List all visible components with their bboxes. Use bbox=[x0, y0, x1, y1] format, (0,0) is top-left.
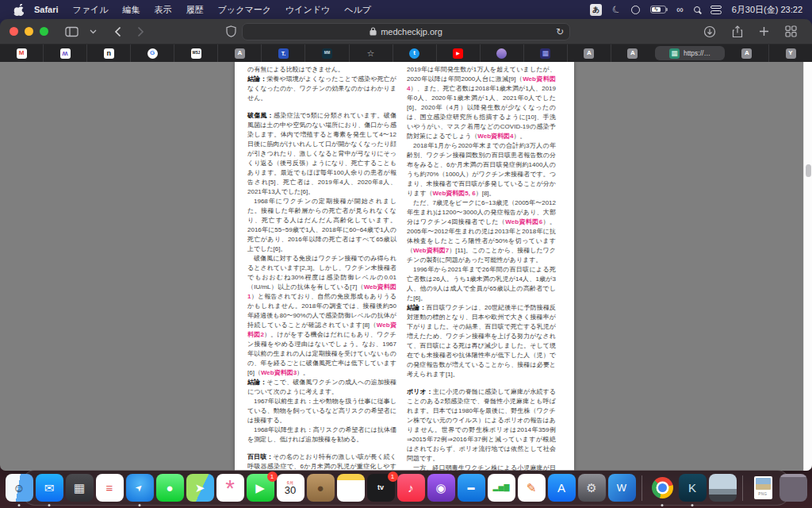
address-bar[interactable]: medcheckjp.org ↻ bbox=[242, 23, 570, 40]
dock-system-settings-icon[interactable]: ⚙ bbox=[578, 474, 606, 502]
share-icon[interactable] bbox=[726, 25, 749, 38]
dock-calendar-icon[interactable]: 6月30 bbox=[277, 474, 304, 502]
tab-notion[interactable]: n bbox=[86, 44, 130, 62]
dock-kindle-icon[interactable]: K bbox=[679, 474, 707, 502]
new-tab-plus-icon[interactable] bbox=[753, 26, 775, 37]
tab-letter-a[interactable]: A bbox=[726, 44, 768, 62]
do-not-disturb-moon-icon[interactable]: ☾ bbox=[611, 2, 623, 16]
body-text: ）、また、死亡者数は2018年1歳未満が1人、2019年0人、2020年1歳未満… bbox=[407, 85, 556, 140]
pdf-page: の有無による比較はできません。結論：栄養や環境がよくなったことで感染や死亡がなく… bbox=[235, 62, 574, 471]
section-heading: 百日咳： bbox=[247, 453, 273, 460]
tab-twitter[interactable]: t bbox=[393, 44, 436, 62]
privacy-shield-icon[interactable] bbox=[220, 25, 242, 37]
close-window-button[interactable] bbox=[10, 27, 18, 36]
tab-active-active-site[interactable]: ▦https://… bbox=[655, 46, 725, 60]
web-material-link[interactable]: Web資料図6 bbox=[505, 218, 542, 225]
menu-bar: Safariファイル編集表示履歴ブックマークウインドウヘルプ あ ☾ ϟ ∞ 6… bbox=[0, 0, 812, 19]
dock-app-store-icon[interactable]: A bbox=[548, 474, 576, 502]
dock-numbers-icon[interactable]: ▂▅▇ bbox=[488, 474, 515, 502]
tab-star[interactable]: ☆ bbox=[349, 44, 393, 62]
dock-trash-icon[interactable] bbox=[779, 474, 807, 502]
dock-keynote-icon[interactable]: ▬ bbox=[458, 474, 485, 502]
tab-letter-a[interactable]: A bbox=[611, 44, 654, 62]
control-center-icon[interactable] bbox=[710, 6, 722, 14]
input-source-icon[interactable]: あ bbox=[590, 4, 602, 16]
dock-contacts-icon[interactable]: ● bbox=[307, 474, 335, 502]
dock-png-file-icon[interactable]: PNG bbox=[749, 474, 777, 502]
zoom-window-button[interactable] bbox=[40, 27, 48, 36]
dock-safari-icon[interactable]: ➤ bbox=[126, 474, 154, 502]
apple-logo-icon[interactable] bbox=[10, 4, 27, 16]
dock: ☺✉▦≡➤●➤*▶16月30●tv1♪◉▬▂▅▇✎A⚙WKPNG bbox=[22, 470, 790, 506]
tab-gmail[interactable]: M bbox=[0, 44, 43, 62]
menu-3[interactable]: 表示 bbox=[147, 5, 179, 14]
dock-maps-icon[interactable]: ➤ bbox=[186, 474, 214, 502]
paragraph: 結論：栄養や環境がよくなったことで感染や死亡がなくなったのか、ワクチンの効果なの… bbox=[247, 75, 396, 103]
dock-pages-icon[interactable]: ✎ bbox=[518, 474, 546, 502]
tab-wsj[interactable]: WSJ bbox=[174, 44, 217, 62]
dock-notes-icon[interactable] bbox=[337, 474, 365, 502]
menu-5[interactable]: ブックマーク bbox=[211, 5, 278, 14]
menu-2[interactable]: 編集 bbox=[116, 5, 147, 14]
tab-avatar[interactable] bbox=[480, 44, 523, 62]
notion-favicon: n bbox=[104, 48, 114, 59]
document-left-column: の有無による比較はできません。結論：栄養や環境がよくなったことで感染や死亡がなく… bbox=[247, 65, 396, 471]
dock-chrome-icon[interactable] bbox=[649, 474, 676, 502]
back-button[interactable] bbox=[109, 26, 127, 37]
letter-y-favicon: Y bbox=[786, 48, 796, 59]
dock-podcasts-icon[interactable]: ◉ bbox=[427, 474, 455, 502]
menu-clock[interactable]: 6月30日(金) 23:22 bbox=[732, 4, 802, 16]
tab-blue-t[interactable]: T. bbox=[261, 44, 304, 62]
menu-4[interactable]: 履歴 bbox=[179, 5, 211, 14]
minimize-window-button[interactable] bbox=[25, 27, 33, 36]
sidebar-chevron-down-icon[interactable] bbox=[84, 29, 102, 34]
dock-apple-tv-icon[interactable]: tv1 bbox=[367, 474, 395, 502]
menu-app-name[interactable]: Safari bbox=[27, 5, 66, 14]
letter-a-favicon: A bbox=[235, 48, 245, 59]
web-material-link[interactable]: Web資料図7 bbox=[413, 247, 449, 254]
tab-lungs[interactable]: ʍ bbox=[43, 44, 86, 62]
tab-letter-a[interactable]: A bbox=[217, 44, 261, 62]
tab-overview-icon[interactable] bbox=[779, 25, 802, 37]
menu-1[interactable]: ファイル bbox=[66, 5, 116, 14]
safari-toolbar: medcheckjp.org ↻ bbox=[0, 19, 812, 44]
downloads-icon[interactable] bbox=[698, 25, 722, 38]
dock-word-icon[interactable]: W bbox=[608, 474, 636, 502]
tab-google[interactable]: G bbox=[130, 44, 174, 62]
scrollbar-track[interactable] bbox=[803, 62, 812, 471]
link-chain-icon[interactable]: ∞ bbox=[676, 6, 684, 13]
dock-reminders-icon[interactable]: ≡ bbox=[96, 474, 124, 502]
dock-music-icon[interactable]: ♪ bbox=[397, 474, 425, 502]
dock-finder-icon[interactable]: ☺ bbox=[6, 474, 33, 502]
dock-messages-icon[interactable]: ● bbox=[156, 474, 184, 502]
spotlight-search-icon[interactable] bbox=[694, 6, 700, 13]
forward-button[interactable] bbox=[132, 26, 150, 37]
dock-launchpad-icon[interactable]: ▦ bbox=[66, 474, 94, 502]
dock-facetime-icon[interactable]: ▶1 bbox=[247, 474, 274, 502]
wsj-favicon: WSJ bbox=[191, 48, 201, 59]
web-material-link[interactable]: Web資料図5, 6 bbox=[433, 190, 476, 197]
letter-a-favicon: A bbox=[627, 48, 638, 59]
menu-6[interactable]: ウインドウ bbox=[278, 5, 337, 14]
web-material-link[interactable]: Web資料図3 bbox=[261, 369, 297, 376]
reload-icon[interactable]: ↻ bbox=[556, 26, 564, 37]
web-material-link[interactable]: Web資料図4 bbox=[477, 133, 513, 140]
tab-letter-y[interactable]: Y bbox=[768, 44, 812, 62]
sidebar-toggle-icon[interactable] bbox=[59, 26, 84, 37]
battery-charging-icon[interactable]: ϟ bbox=[650, 6, 666, 13]
dock-photos-icon[interactable]: * bbox=[216, 474, 244, 502]
dock-mail-icon[interactable]: ✉ bbox=[36, 474, 63, 502]
scrollbar-thumb[interactable] bbox=[806, 164, 811, 177]
menu-7[interactable]: ヘルプ bbox=[337, 5, 378, 14]
tab-pixel-site[interactable]: ▦ bbox=[523, 44, 567, 62]
tab-letter-a[interactable]: A bbox=[567, 44, 611, 62]
running-indicator-dot bbox=[18, 504, 21, 506]
browser-content: の有無による比較はできません。結論：栄養や環境がよくなったことで感染や死亡がなく… bbox=[0, 62, 812, 471]
running-indicator-dot bbox=[139, 504, 141, 506]
body-text: 主に小児の脊髄に感染して麻痺が永続することのある2類感染症で、脊髄性小児麻痺とも… bbox=[407, 388, 556, 462]
dock-preview-thumbnail-icon[interactable] bbox=[709, 474, 737, 502]
timer-circle-icon[interactable] bbox=[631, 6, 640, 14]
dock-separator bbox=[642, 475, 642, 501]
tab-mm[interactable]: MM bbox=[304, 44, 348, 62]
tab-youtube[interactable]: ▶ bbox=[436, 44, 480, 62]
